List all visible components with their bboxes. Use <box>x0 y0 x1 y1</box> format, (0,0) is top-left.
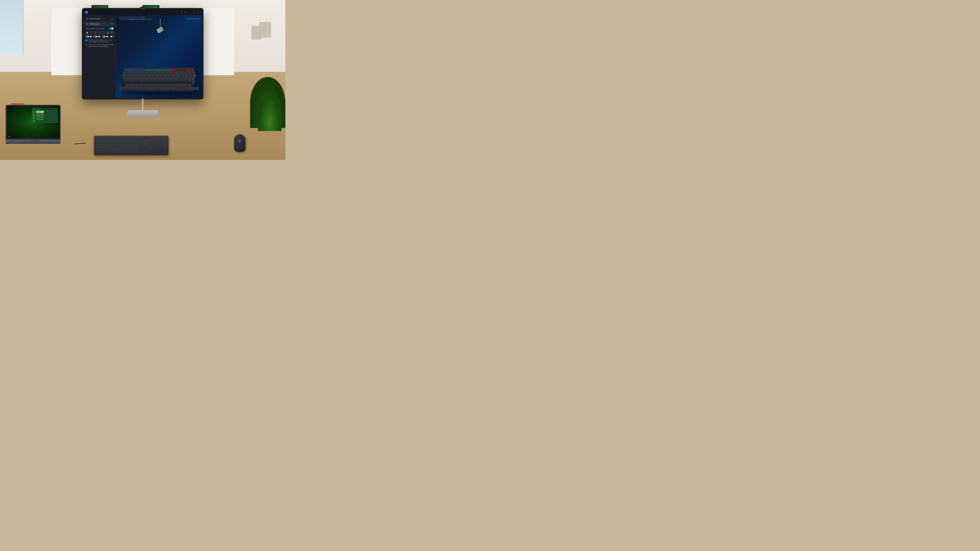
icons-enabled-toggle[interactable] <box>109 27 114 30</box>
help-icon[interactable]: ? <box>180 11 183 14</box>
device-status-header[interactable]: i Device Status <box>84 17 115 21</box>
toggle-4[interactable] <box>98 36 101 38</box>
fn-key-num <box>184 69 187 71</box>
key-f <box>141 78 145 81</box>
key-np9 <box>188 71 191 74</box>
maximize-button[interactable]: □ <box>192 11 196 14</box>
toggle-6[interactable] <box>106 36 110 38</box>
add-device-button[interactable]: Add a new device <box>187 18 199 20</box>
icon-cell-5[interactable]: ○ <box>102 31 105 35</box>
key-np0-wide <box>188 87 195 90</box>
desk-key-j <box>119 145 121 147</box>
fn-key-ins <box>177 69 180 71</box>
collab-icon <box>86 23 88 25</box>
desk-key-rshift <box>133 148 139 150</box>
key-u <box>151 75 155 78</box>
title-bar-controls: ? ⚙ — □ ✕ <box>180 11 200 14</box>
key-lalt <box>132 87 135 90</box>
device-title: Dell Wired Collaboration Keyboard KB529C… <box>118 16 154 18</box>
fn-key-7 <box>150 69 153 71</box>
desk-key-f12 <box>138 138 140 140</box>
key-caps <box>123 78 129 81</box>
desk-key-down <box>144 151 146 152</box>
right-panel: Dell Wired Collaboration Keyboard KB529C… <box>116 15 202 98</box>
laptop-avatar-4 <box>33 120 35 122</box>
key-rshift <box>175 84 183 87</box>
fn-key-del <box>170 69 173 71</box>
svg-point-3 <box>87 23 88 24</box>
fn-key-10 <box>160 69 164 71</box>
key-space <box>136 87 159 90</box>
usb-connector <box>156 27 164 33</box>
desk-key-menu <box>135 150 137 152</box>
desk-key-g <box>113 145 115 147</box>
desk-key-a <box>100 145 103 147</box>
desk-key-gap1 <box>101 138 102 140</box>
key-minus <box>165 71 169 74</box>
desk-key-f6 <box>118 138 121 140</box>
key-np3 <box>188 78 191 81</box>
desk-key-n13 <box>135 140 138 142</box>
laptop: New message ✕ Subject <box>6 105 60 144</box>
desk-key-f5 <box>115 138 118 140</box>
laptop-base <box>6 140 60 142</box>
icons-enabled-row: Collaboration icons enabled <box>86 27 114 30</box>
laptop-app-name: New message <box>33 108 40 110</box>
key-npdot <box>188 84 191 87</box>
icon-cell-4[interactable]: ☁ <box>98 31 101 35</box>
laptop-trackpad <box>28 140 38 141</box>
collaboration-label: Collaboration <box>89 23 100 25</box>
toggle-7[interactable] <box>110 36 114 38</box>
desk-key-n2 <box>102 140 105 142</box>
desk-key-n11 <box>129 140 132 142</box>
desk-key-caps <box>95 145 100 147</box>
key-g <box>145 78 149 81</box>
toggle-2[interactable] <box>89 36 93 38</box>
usb-visual <box>155 19 167 35</box>
key-z <box>135 84 139 87</box>
icon-cell-1[interactable]: 📋 <box>86 31 89 35</box>
key-6 <box>146 71 150 74</box>
desk-key-z <box>102 148 105 150</box>
device-icon: i <box>86 18 88 20</box>
laptop-app-title: New message ✕ <box>32 108 57 110</box>
laptop-avatars <box>32 110 36 123</box>
close-button[interactable]: ✕ <box>197 11 200 14</box>
icon-cell-6[interactable]: 🔒 <box>106 31 110 35</box>
settings-icon[interactable]: ⚙ <box>184 11 188 14</box>
desk-key-pk <box>127 148 129 150</box>
checkbox-1-label: Enable blink effect when there is a new … <box>88 39 114 43</box>
desk-key-lwin2 <box>102 150 105 152</box>
desk-key-w <box>103 143 106 145</box>
icon-cell-2[interactable]: ○ <box>89 31 93 35</box>
desk-key-ralt2 <box>129 150 131 152</box>
laptop-app: New message ✕ Subject <box>32 108 57 123</box>
monitor-stand-neck <box>142 98 143 111</box>
toggle-3[interactable] <box>94 36 97 38</box>
monitor-stand-base <box>127 110 158 117</box>
laptop-keyboard-deck <box>6 142 60 144</box>
icon-grid-row1: 📋 ○ ⊞ ☁ ○ 🔒 ⚙ <box>86 31 114 35</box>
key-backslash <box>175 75 181 78</box>
checkbox-2[interactable] <box>86 44 88 46</box>
desk-key-enter <box>134 145 139 147</box>
checkbox-1[interactable] <box>86 40 88 41</box>
mouse-divider <box>240 141 240 146</box>
key-comma <box>163 84 166 87</box>
desk-key-n3 <box>105 140 108 142</box>
device-status-label: Device Status <box>89 18 100 20</box>
collaboration-header[interactable]: Collaboration <box>84 22 115 26</box>
desk-key-lshift <box>95 148 102 150</box>
key-backtick <box>123 71 126 74</box>
minimize-button[interactable]: — <box>188 11 192 14</box>
desk-key-left <box>142 150 144 152</box>
toggle-1[interactable] <box>86 36 89 38</box>
key-np5 <box>185 75 189 78</box>
desk-key-rwin2 <box>132 150 134 152</box>
desk-key-n10 <box>126 140 129 142</box>
desk-key-gap3 <box>127 138 128 140</box>
toggle-5[interactable] <box>102 36 105 38</box>
icon-cell-3[interactable]: ⊞ <box>94 31 97 35</box>
icon-cell-7[interactable]: ⚙ <box>110 31 114 35</box>
key-r <box>140 75 143 78</box>
